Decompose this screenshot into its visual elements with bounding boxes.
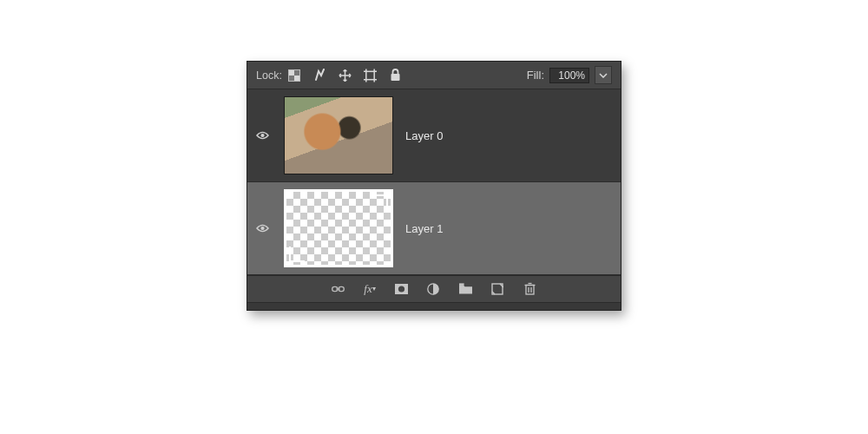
layer-row[interactable]: Layer 0 xyxy=(247,89,621,182)
fill-dropdown-button[interactable] xyxy=(595,66,612,84)
layer-name[interactable]: Layer 0 xyxy=(405,129,443,142)
lock-artboard-icon[interactable] xyxy=(364,69,377,82)
layer-row[interactable]: Layer 1 xyxy=(247,182,621,275)
crop-mark-icon xyxy=(372,194,388,210)
svg-rect-6 xyxy=(391,74,399,81)
horizontal-scroll-track[interactable] xyxy=(247,302,621,310)
lock-icons-group xyxy=(288,69,402,82)
svg-rect-2 xyxy=(294,69,300,76)
layer-name[interactable]: Layer 1 xyxy=(405,222,443,235)
svg-point-13 xyxy=(398,286,404,292)
fill-group: Fill: xyxy=(527,66,612,84)
svg-rect-5 xyxy=(366,71,374,79)
trash-icon[interactable] xyxy=(523,282,536,295)
lock-row: Lock: Fill: xyxy=(247,62,621,89)
lock-transparent-icon[interactable] xyxy=(288,69,301,82)
fill-label: Fill: xyxy=(527,69,544,82)
svg-rect-0 xyxy=(288,69,294,76)
link-icon[interactable] xyxy=(332,282,345,295)
fill-input[interactable] xyxy=(549,68,589,83)
new-layer-icon[interactable] xyxy=(491,282,504,295)
svg-point-8 xyxy=(260,227,264,230)
lock-all-icon[interactable] xyxy=(389,69,402,82)
svg-point-7 xyxy=(260,134,264,137)
svg-rect-3 xyxy=(288,76,294,82)
adjust-icon[interactable] xyxy=(427,282,440,295)
lock-pixels-icon[interactable] xyxy=(313,69,326,82)
lock-position-icon[interactable] xyxy=(339,69,352,82)
layer-thumbnail[interactable] xyxy=(284,189,393,267)
lock-label: Lock: xyxy=(256,69,282,82)
visibility-eye-icon[interactable] xyxy=(256,129,269,142)
layer-thumbnail[interactable] xyxy=(284,96,393,174)
fx-icon[interactable]: fx▾ xyxy=(364,282,375,295)
svg-rect-15 xyxy=(459,283,464,285)
crop-mark-icon xyxy=(289,247,305,262)
mask-icon[interactable] xyxy=(395,282,408,295)
layers-footer: fx▾ xyxy=(247,275,621,302)
visibility-eye-icon[interactable] xyxy=(256,222,269,235)
svg-rect-1 xyxy=(294,76,300,82)
svg-rect-17 xyxy=(526,286,534,295)
layers-panel: Lock: Fill: xyxy=(247,61,621,311)
layers-list: Layer 0 Layer 1 xyxy=(247,89,621,275)
group-icon[interactable] xyxy=(459,282,472,295)
